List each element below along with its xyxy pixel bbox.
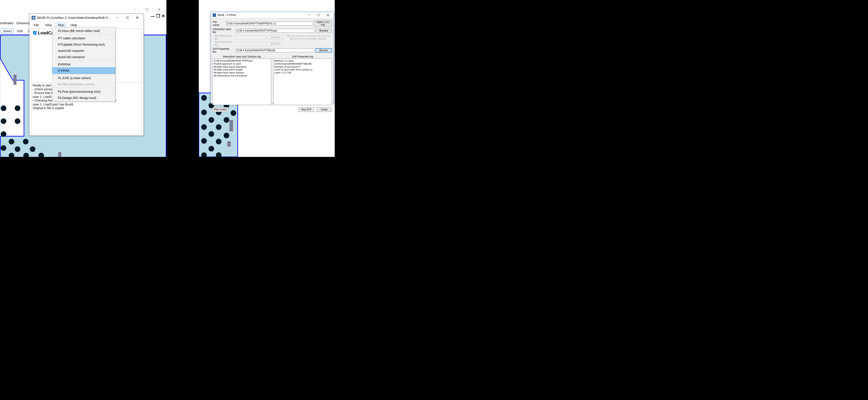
run-item-plexe[interactable]: PL.EXE (Linear solver): [53, 75, 115, 81]
ppak-window: BE4E - P-PPAK File name: Open (.LC) File…: [211, 12, 334, 104]
log-box-left[interactable]: D:\M A Kamal\KIMO\RAFT\PPInput Poulos ap…: [213, 59, 271, 105]
loadcase-checkbox[interactable]: [33, 31, 36, 35]
input-interaction-input[interactable]: [236, 29, 314, 33]
menu-view[interactable]: View: [42, 23, 55, 27]
plc-maximize-icon[interactable]: [122, 14, 132, 21]
ppak-maximize-icon[interactable]: [314, 13, 323, 18]
svg-point-43: [209, 146, 214, 152]
lbl-soil-props: Soil Properties file:: [213, 47, 234, 53]
svg-rect-47: [227, 142, 230, 146]
svg-point-6: [1, 105, 6, 111]
ppak-right-buttons: Run P-P Close: [299, 107, 332, 112]
run-item-pt-cable[interactable]: PT cable calculator: [53, 35, 115, 41]
svg-rect-49: [318, 14, 319, 16]
row-file-name: File name: Open (.LC) File: [213, 20, 332, 27]
menu-divisions[interactable]: Divisions: [17, 21, 29, 25]
menu-separator: [53, 34, 115, 35]
svg-line-23: [136, 17, 138, 19]
log-header-right: Soil Properties log: [273, 55, 332, 58]
factors-note: Pile-Pile and Pile-Soil factors do not w…: [285, 35, 332, 40]
loadcase-label: LoadCa: [38, 30, 54, 35]
input-file-name[interactable]: [226, 22, 313, 26]
input-pile-soil: [236, 42, 266, 45]
svg-point-27: [201, 95, 207, 101]
svg-point-32: [201, 110, 207, 115]
run-item-ptupdate[interactable]: PTUpdate (Post-Tensioning tool): [53, 41, 115, 48]
ppak-titlebar[interactable]: BE4E - P-PPAK: [211, 12, 334, 18]
row-interaction-input: Interaction input file: Browse: [213, 28, 332, 34]
outer-menubar-partial: ordinates Divisions: [0, 21, 29, 25]
close-icon[interactable]: [154, 6, 164, 12]
run-item-plpost[interactable]: PLPost (post-processing tool): [53, 88, 115, 95]
run-item-nlpak: NLPAK (Nonlinear solver): [53, 81, 115, 87]
svg-point-10: [1, 131, 6, 137]
svg-line-50: [327, 14, 329, 16]
btn-close[interactable]: Close: [316, 107, 332, 112]
menu-file[interactable]: File: [31, 23, 41, 27]
run-item-acad-exporter[interactable]: AutoCAD exporter: [53, 48, 115, 54]
plcoreman-titlebar[interactable]: ▦ BE4E-PLCoreMan C:\Users\taiko\Desktop\…: [29, 14, 144, 22]
svg-line-51: [327, 14, 329, 16]
run-dropdown: PLView (BE mesh editor tool) PT cable ca…: [52, 27, 115, 101]
svg-point-13: [1, 145, 6, 151]
ppak-logs: Interaction Input and Solution log D:\M …: [213, 55, 332, 105]
run-item-pppak[interactable]: P-PPAK: [53, 67, 115, 74]
svg-rect-19: [13, 75, 16, 85]
outer-window-controls: [130, 6, 164, 12]
input-pile-pile: [236, 35, 266, 39]
plc-close-icon[interactable]: [132, 14, 142, 21]
run-item-ehspak[interactable]: EHSPAK: [53, 61, 115, 67]
btn-run-pp[interactable]: Run P-P: [299, 107, 314, 112]
svg-point-37: [201, 124, 207, 130]
btn-browse-soil[interactable]: Browse: [315, 48, 332, 53]
svg-point-41: [201, 138, 207, 144]
minimize-icon[interactable]: [130, 6, 140, 12]
log-box-right[interactable]: Method 1 is used. D:\M A Kamal\KIMO\RAFT…: [273, 59, 332, 105]
svg-line-24: [136, 17, 138, 19]
run-item-acad-extractor[interactable]: AutoCAD extractor: [53, 54, 115, 60]
ppak-title: BE4E - P-PPAK: [218, 13, 304, 17]
ppak-minimize-icon[interactable]: [304, 13, 314, 18]
menu-help[interactable]: Help: [68, 23, 80, 27]
svg-rect-22: [126, 17, 128, 19]
btn-open-lc[interactable]: Open (.LC) File: [314, 20, 332, 27]
svg-line-3: [158, 8, 160, 10]
menu-run[interactable]: Run: [55, 22, 67, 28]
btn-browse-interaction[interactable]: Browse: [315, 29, 332, 33]
btn-browse-pile-pile: Browse: [267, 35, 283, 39]
svg-rect-46: [230, 120, 233, 131]
ppak-bottombar: Piles Editor Run P-P Close: [213, 107, 332, 112]
btn-piles-editor[interactable]: Piles Editor: [213, 107, 228, 112]
lbl-file-name: File name:: [213, 21, 224, 27]
svg-point-40: [224, 133, 229, 138]
row-soil-props: Soil Properties file: Browse: [213, 47, 332, 53]
close2-icon[interactable]: ✕: [161, 13, 165, 19]
restore2-icon[interactable]: ❐: [156, 13, 160, 19]
svg-point-39: [209, 131, 214, 137]
svg-point-42: [216, 139, 221, 144]
svg-point-36: [224, 117, 229, 123]
ppak-close-icon[interactable]: [323, 13, 333, 18]
minimize2-icon[interactable]: —: [151, 13, 155, 19]
menu-coordinates[interactable]: ordinates: [0, 21, 13, 25]
lbl-interaction-input: Interaction input file:: [213, 28, 234, 34]
row-pile-soil: Pile-Soil factors file: Browse: [213, 41, 332, 47]
log-col-left: Interaction Input and Solution log D:\M …: [213, 55, 271, 105]
log-col-right: Soil Properties log Method 1 is used. D:…: [273, 55, 332, 105]
run-item-plview[interactable]: PLView (BE mesh editor tool): [53, 28, 115, 34]
svg-point-7: [15, 105, 20, 111]
svg-point-11: [9, 139, 14, 144]
log-header-left: Interaction Input and Solution log: [213, 55, 271, 58]
menu-edit[interactable]: Edit: [16, 29, 25, 33]
svg-point-9: [15, 118, 20, 124]
svg-line-2: [158, 8, 160, 10]
svg-point-8: [1, 118, 6, 124]
run-item-pldesign[interactable]: PLDesign (RC design tool): [53, 95, 115, 101]
input-soil-props[interactable]: [236, 49, 314, 52]
plc-minimize-icon[interactable]: [112, 14, 122, 21]
maximize-icon[interactable]: [142, 6, 152, 12]
menu-select[interactable]: Select: [1, 29, 14, 33]
svg-point-14: [15, 146, 20, 152]
left-top-strip: [0, 0, 166, 5]
ppak-app-icon: [213, 13, 216, 17]
